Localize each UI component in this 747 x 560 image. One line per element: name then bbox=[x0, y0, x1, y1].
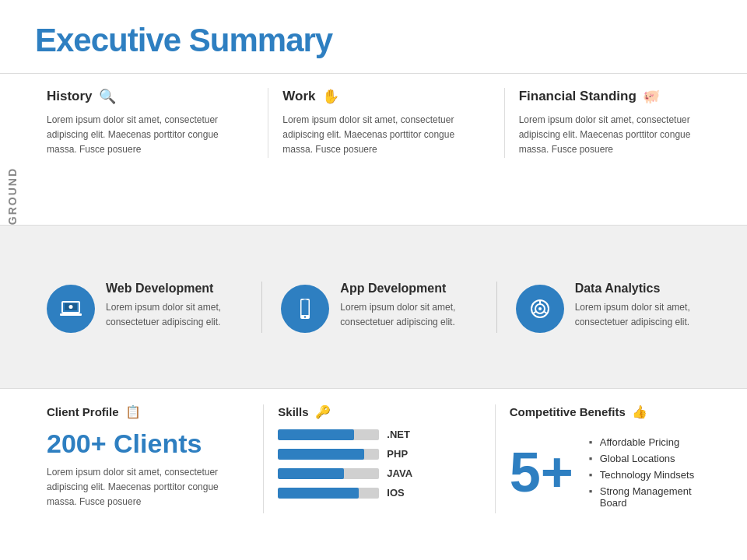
benefit-4: Strong Management Board bbox=[589, 485, 712, 509]
skill-bar-ios-container bbox=[278, 488, 379, 499]
svg-point-11 bbox=[538, 307, 542, 310]
history-text: Lorem ipsum dolor sit amet, consectetuer… bbox=[47, 113, 240, 158]
work-icon: ✋ bbox=[322, 88, 339, 105]
svg-point-7 bbox=[304, 316, 306, 317]
client-icon: 📋 bbox=[125, 404, 141, 419]
benefit-2: Global Locations bbox=[589, 453, 712, 464]
core-divider-2 bbox=[496, 282, 497, 333]
search-icon: 🔍 bbox=[99, 88, 116, 105]
background-columns: History 🔍 Lorem ipsum dolor sit amet, co… bbox=[47, 88, 712, 158]
bg-col-history: History 🔍 Lorem ipsum dolor sit amet, co… bbox=[47, 88, 254, 158]
financial-title-row: Financial Standing 🐖 bbox=[519, 88, 712, 105]
title-part2: Summary bbox=[189, 22, 332, 58]
client-text: Lorem ipsum dolor sit amet, consectetuer… bbox=[47, 465, 249, 510]
piggy-icon: 🐖 bbox=[643, 88, 660, 105]
benefit-1: Affordable Pricing bbox=[589, 436, 712, 448]
svg-point-4 bbox=[69, 305, 73, 309]
financial-text: Lorem ipsum dolor sit amet, consectetuer… bbox=[519, 113, 712, 158]
skill-bar-php-fill bbox=[278, 449, 364, 460]
skills-header: Skills 🔑 bbox=[278, 404, 480, 419]
skill-bar-ios-fill bbox=[278, 488, 359, 499]
title-part1: Executive bbox=[35, 22, 181, 58]
core-col-web: Web Development Lorem ipsum dolor sit am… bbox=[47, 282, 252, 333]
financial-title: Financial Standing bbox=[519, 89, 637, 104]
history-title: History bbox=[47, 89, 93, 104]
svg-line-13 bbox=[544, 311, 547, 313]
benefit-3: Technology Mindsets bbox=[589, 469, 712, 481]
benefits-title: Competitive Benefits bbox=[510, 405, 626, 418]
app-dev-icon-circle bbox=[281, 285, 329, 333]
client-profile-title: Client Profile bbox=[47, 405, 119, 418]
diff-col-skills: Skills 🔑 .NET PHP bbox=[278, 404, 495, 513]
client-count: 200+ Clients bbox=[47, 429, 249, 459]
core-divider-1 bbox=[261, 282, 262, 333]
diff-columns: Client Profile 📋 200+ Clients Lorem ipsu… bbox=[47, 404, 712, 513]
skill-ios: IOS bbox=[278, 487, 480, 499]
history-title-row: History 🔍 bbox=[47, 88, 240, 105]
bg-col-work: Work ✋ Lorem ipsum dolor sit amet, conse… bbox=[282, 88, 489, 158]
bg-divider-2 bbox=[504, 88, 505, 158]
work-title-row: Work ✋ bbox=[282, 88, 475, 105]
laptop-icon bbox=[58, 296, 83, 321]
benefits-content: 5+ Affordable Pricing Global Locations T… bbox=[510, 429, 712, 513]
work-title: Work bbox=[282, 89, 315, 104]
diff-col-benefits: Competitive Benefits 👍 5+ Affordable Pri… bbox=[510, 404, 712, 513]
web-dev-text: Web Development Lorem ipsum dolor sit am… bbox=[106, 282, 243, 330]
skill-label-java: JAVA bbox=[387, 467, 412, 479]
bg-col-financial: Financial Standing 🐖 Lorem ipsum dolor s… bbox=[519, 88, 712, 158]
diff-col-client: Client Profile 📋 200+ Clients Lorem ipsu… bbox=[47, 404, 264, 513]
core-services-columns: Web Development Lorem ipsum dolor sit am… bbox=[47, 282, 712, 333]
benefits-header: Competitive Benefits 👍 bbox=[510, 404, 712, 419]
analytics-text: Data Analytics Lorem ipsum dolor sit ame… bbox=[575, 282, 712, 330]
app-dev-text: App Development Lorem ipsum dolor sit am… bbox=[340, 282, 477, 330]
skill-bar-php-container bbox=[278, 449, 379, 460]
skill-java: JAVA bbox=[278, 467, 480, 479]
skill-bar-dotnet-fill bbox=[278, 429, 354, 440]
skill-label-php: PHP bbox=[387, 448, 408, 460]
analytics-icon-circle bbox=[516, 285, 564, 333]
thumbsup-icon: 👍 bbox=[632, 404, 647, 419]
svg-rect-8 bbox=[303, 299, 307, 299]
client-profile-header: Client Profile 📋 bbox=[47, 404, 249, 419]
analytics-title: Data Analytics bbox=[575, 282, 712, 296]
core-services-section: Core Services Web Development Lorem ipsu… bbox=[0, 225, 747, 388]
background-section: Background History 🔍 Lorem ipsum dolor s… bbox=[0, 73, 747, 225]
title-section: Executive Summary bbox=[0, 0, 747, 73]
analytics-desc: Lorem ipsum dolor sit amet, consectetuer… bbox=[575, 300, 712, 330]
app-dev-title: App Development bbox=[340, 282, 477, 296]
key-icon: 🔑 bbox=[315, 404, 331, 419]
svg-rect-6 bbox=[302, 300, 309, 315]
work-text: Lorem ipsum dolor sit amet, consectetuer… bbox=[282, 113, 475, 158]
web-dev-desc: Lorem ipsum dolor sit amet, consectetuer… bbox=[106, 300, 243, 330]
page-title: Executive Summary bbox=[35, 22, 712, 59]
analytics-icon bbox=[528, 296, 552, 321]
bg-divider-1 bbox=[268, 88, 268, 158]
skill-label-ios: IOS bbox=[387, 487, 404, 499]
skill-bar-java-fill bbox=[278, 468, 344, 479]
web-dev-icon-circle bbox=[47, 285, 95, 333]
skill-php: PHP bbox=[278, 448, 480, 460]
skill-bar-java-container bbox=[278, 468, 379, 479]
web-dev-title: Web Development bbox=[106, 282, 243, 296]
skills-bars: .NET PHP JAVA bbox=[278, 429, 480, 499]
big-number: 5+ bbox=[510, 444, 573, 500]
benefits-list: Affordable Pricing Global Locations Tech… bbox=[589, 436, 712, 513]
skill-label-dotnet: .NET bbox=[387, 429, 410, 440]
svg-rect-2 bbox=[60, 313, 82, 316]
app-dev-desc: Lorem ipsum dolor sit amet, consectetuer… bbox=[340, 300, 477, 330]
mobile-icon bbox=[293, 296, 317, 321]
skill-bar-dotnet-container bbox=[278, 429, 379, 440]
core-col-app: App Development Lorem ipsum dolor sit am… bbox=[281, 282, 486, 333]
skill-dotnet: .NET bbox=[278, 429, 480, 440]
svg-line-14 bbox=[533, 311, 536, 313]
skills-title: Skills bbox=[278, 405, 308, 418]
core-col-analytics: Data Analytics Lorem ipsum dolor sit ame… bbox=[516, 282, 712, 333]
differentiators-section: Differentiators Client Profile 📋 200+ Cl… bbox=[0, 388, 747, 560]
